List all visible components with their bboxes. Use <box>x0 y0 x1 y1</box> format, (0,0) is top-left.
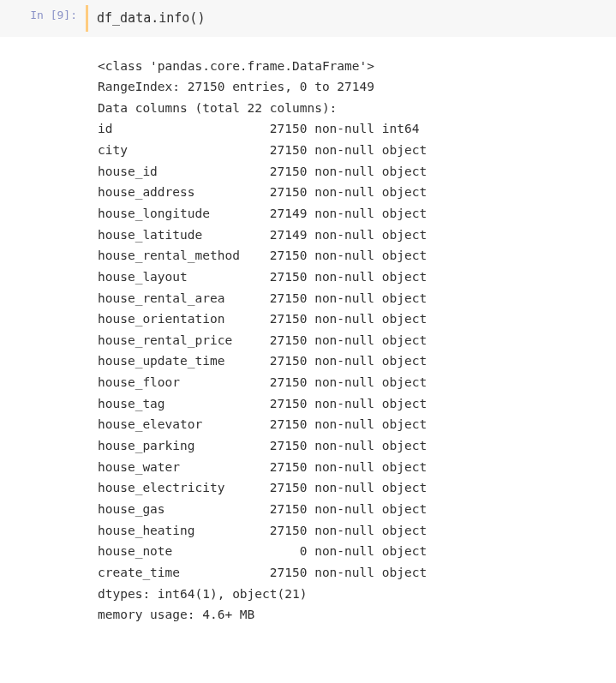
output-prompt <box>0 52 86 629</box>
code-line[interactable]: df_data.info() <box>97 10 205 26</box>
input-cell: In [9]: df_data.info() <box>0 0 616 37</box>
input-prompt: In [9]: <box>0 5 86 32</box>
output-text: <class 'pandas.core.frame.DataFrame'> Ra… <box>98 56 611 626</box>
output-body: <class 'pandas.core.frame.DataFrame'> Ra… <box>86 52 616 629</box>
output-cell: <class 'pandas.core.frame.DataFrame'> Ra… <box>0 37 616 632</box>
input-body[interactable]: df_data.info() <box>86 5 616 32</box>
